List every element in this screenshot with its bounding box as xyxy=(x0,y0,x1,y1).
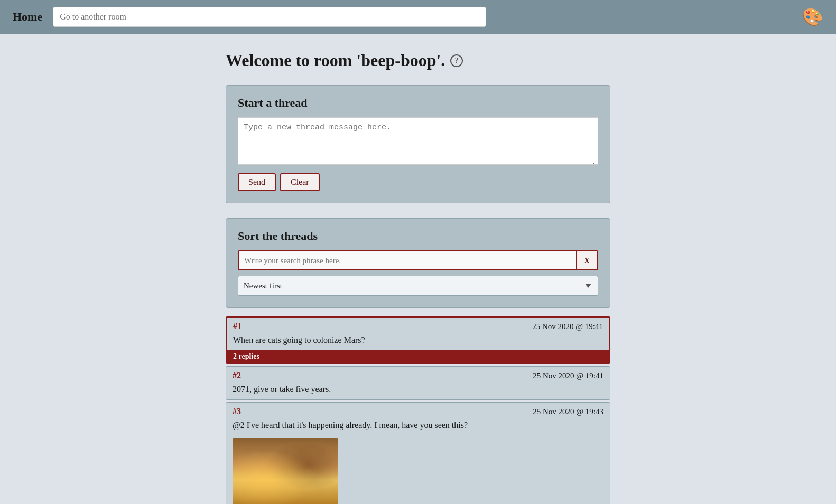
thread-header: #2 25 Nov 2020 @ 19:41 xyxy=(226,367,610,384)
thread-message-input[interactable] xyxy=(238,117,598,165)
main-content: Welcome to room 'beep-boop'. ? Start a t… xyxy=(217,34,619,504)
search-clear-button[interactable]: X xyxy=(576,250,598,270)
thread-number: #2 xyxy=(233,371,241,380)
clear-button[interactable]: Clear xyxy=(280,173,320,191)
sort-select[interactable]: Newest first Oldest first Most replies xyxy=(238,276,598,296)
thread-timestamp: 25 Nov 2020 @ 19:41 xyxy=(532,322,603,331)
table-row[interactable]: #3 25 Nov 2020 @ 19:43 @2 I've heard tha… xyxy=(226,402,610,504)
welcome-text: Welcome to room 'beep-boop'. xyxy=(226,51,445,70)
thread-timestamp: 25 Nov 2020 @ 19:43 xyxy=(533,407,603,416)
table-row[interactable]: #2 25 Nov 2020 @ 19:41 2071, give or tak… xyxy=(226,366,610,400)
thread-timestamp: 25 Nov 2020 @ 19:41 xyxy=(533,371,603,380)
start-thread-panel: Start a thread Send Clear xyxy=(226,85,610,203)
thread-list: #1 25 Nov 2020 @ 19:41 When are cats goi… xyxy=(226,316,610,504)
room-search-input[interactable] xyxy=(53,7,486,27)
sort-threads-title: Sort the threads xyxy=(238,229,598,243)
search-row: X xyxy=(238,250,598,270)
table-row[interactable]: #1 25 Nov 2020 @ 19:41 When are cats goi… xyxy=(226,316,610,364)
sort-threads-panel: Sort the threads X Newest first Oldest f… xyxy=(226,218,610,308)
thread-button-row: Send Clear xyxy=(238,173,598,191)
send-button[interactable]: Send xyxy=(238,173,276,191)
thread-number: #1 xyxy=(233,322,241,331)
search-phrase-input[interactable] xyxy=(238,250,576,270)
welcome-heading: Welcome to room 'beep-boop'. ? xyxy=(226,51,610,70)
thread-body: When are cats going to colonize Mars? xyxy=(227,334,609,350)
thread-body: @2 I've heard that it's happening alread… xyxy=(226,419,610,435)
thread-header: #3 25 Nov 2020 @ 19:43 xyxy=(226,403,610,419)
help-icon[interactable]: ? xyxy=(450,54,463,67)
thread-header: #1 25 Nov 2020 @ 19:41 xyxy=(227,318,609,334)
thread-image xyxy=(233,438,338,504)
palette-icon: 🎨 xyxy=(802,7,823,27)
start-thread-title: Start a thread xyxy=(238,96,598,110)
thread-number: #3 xyxy=(233,407,241,416)
home-link[interactable]: Home xyxy=(13,10,42,24)
thread-body: 2071, give or take five years. xyxy=(226,384,610,399)
header: Home 🎨 xyxy=(0,0,836,34)
thread-replies-bar[interactable]: 2 replies xyxy=(227,350,609,363)
